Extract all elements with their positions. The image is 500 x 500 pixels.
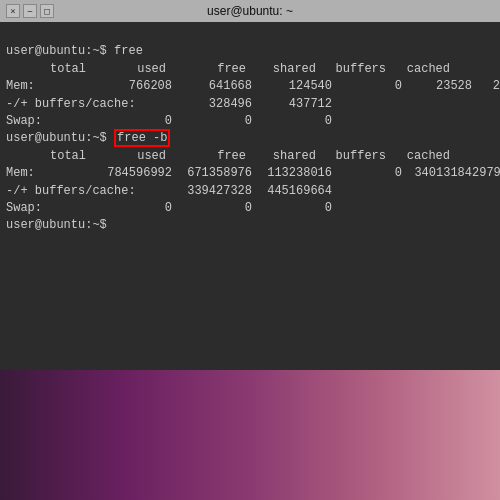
swap-row-1: Swap:000	[6, 114, 332, 128]
prompt-1: user@ubuntu:~$	[6, 44, 114, 58]
minimize-button[interactable]: −	[23, 4, 37, 18]
terminal-body[interactable]: user@ubuntu:~$ free totalusedfreesharedb…	[0, 22, 500, 370]
terminal-window: × − □ user@ubuntu: ~ user@ubuntu:~$ free…	[0, 0, 500, 370]
mem-row-1: Mem:766208641668124540023528289644	[6, 79, 500, 93]
prompt-2: user@ubuntu:~$	[6, 131, 114, 145]
window-title: user@ubuntu: ~	[207, 4, 293, 18]
header-row-1: totalusedfreesharedbufferscached	[6, 62, 450, 76]
maximize-button[interactable]: □	[40, 4, 54, 18]
bufcache-row-1: -/+ buffers/cache:328496437712	[6, 97, 332, 111]
header-row-2: totalusedfreesharedbufferscached	[6, 149, 450, 163]
bufcache-row-2: -/+ buffers/cache:339427328445169664	[6, 184, 332, 198]
command-2-highlighted: free -b	[114, 129, 170, 147]
desktop-background	[0, 370, 500, 500]
close-button[interactable]: ×	[6, 4, 20, 18]
mem-row-2: Mem:784596992671358976113238016034013184…	[6, 166, 500, 180]
titlebar: × − □ user@ubuntu: ~	[0, 0, 500, 22]
swap-row-2: Swap:000	[6, 201, 332, 215]
command-1: free	[114, 44, 143, 58]
window-controls[interactable]: × − □	[6, 4, 54, 18]
prompt-3: user@ubuntu:~$	[6, 218, 114, 232]
